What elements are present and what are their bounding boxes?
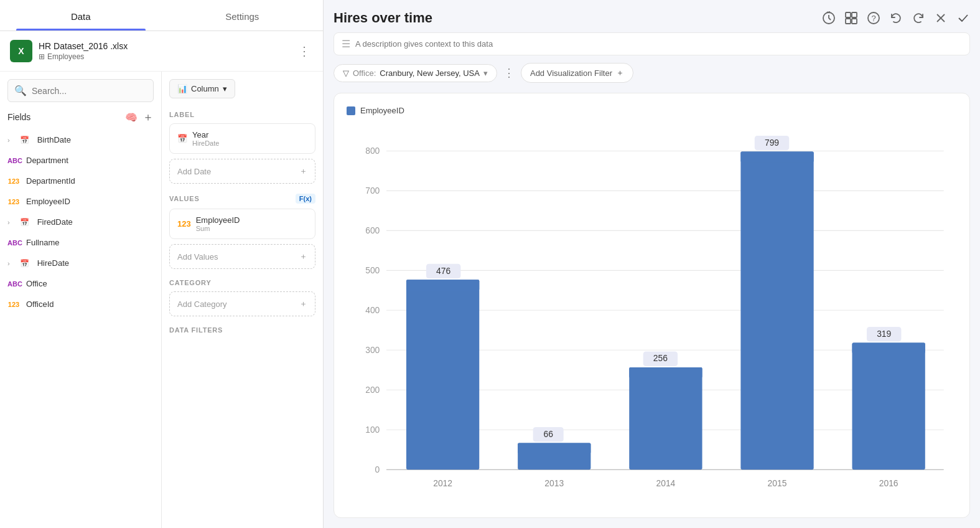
- label-item-sub: HireDate: [192, 139, 307, 147]
- legend-label: EmployeeID: [360, 106, 404, 115]
- field-name-fullname: Fullname: [26, 238, 59, 247]
- field-list: › 📅 BirthDate ABC Department 123 Departm…: [0, 130, 161, 528]
- field-name-hiredate: HireDate: [37, 258, 69, 268]
- tab-settings[interactable]: Settings: [162, 0, 324, 31]
- tab-data[interactable]: Data: [0, 0, 162, 31]
- filter-more-button[interactable]: ⋮: [503, 66, 515, 80]
- fx-badge[interactable]: F(x): [296, 194, 315, 204]
- filter-chevron-icon: ▾: [483, 68, 488, 78]
- close-button[interactable]: [934, 11, 948, 25]
- date-icon-birthdate: 📅: [19, 136, 31, 144]
- office-filter-tag[interactable]: ▽ Office: Cranbury, New Jersey, USA ▾: [334, 64, 497, 82]
- text-icon-department: ABC: [7, 157, 20, 164]
- data-source-row: X HR Dataset_2016 .xlsx ⊞ Employees ⋮: [0, 31, 323, 72]
- text-icon-fullname: ABC: [7, 239, 20, 247]
- data-filters-section-header: DATA FILTERS: [169, 326, 315, 334]
- field-item-officeid[interactable]: 123 OfficeId: [0, 294, 161, 314]
- add-values-label: Add Values: [177, 252, 218, 262]
- left-content: 🔍 Fields 🧠 ＋ › 📅 BirthDate ABC Depa: [0, 72, 323, 528]
- values-item-sub: Sum: [196, 225, 307, 232]
- date-icon-fireddate: 📅: [19, 218, 31, 227]
- svg-text:300: 300: [365, 345, 380, 355]
- chart-title-input[interactable]: [334, 10, 814, 26]
- number-icon-officeid: 123: [7, 301, 20, 308]
- field-item-fireddate[interactable]: › 📅 FiredDate: [0, 212, 161, 232]
- field-item-birthdate[interactable]: › 📅 BirthDate: [0, 130, 161, 150]
- svg-rect-47: [852, 343, 925, 470]
- add-filter-icon: ＋: [616, 67, 624, 78]
- date-icon-hiredate: 📅: [19, 259, 31, 268]
- legend-dot: [347, 106, 355, 115]
- field-item-departmentid[interactable]: 123 DepartmentId: [0, 171, 161, 191]
- filter-bar: ▽ Office: Cranbury, New Jersey, USA ▾ ⋮ …: [334, 63, 970, 83]
- search-input[interactable]: [32, 86, 147, 96]
- bar-chart-svg: 800 700 600 500 400 300: [347, 123, 957, 511]
- svg-rect-33: [518, 443, 590, 454]
- svg-text:200: 200: [365, 385, 380, 395]
- chart-type-selector: 📊 Column ▾: [169, 79, 315, 98]
- svg-text:2016: 2016: [879, 478, 898, 488]
- svg-rect-4: [852, 19, 857, 24]
- expand-arrow-birthdate: ›: [7, 136, 10, 144]
- label-year-item[interactable]: 📅 Year HireDate: [169, 123, 315, 154]
- field-item-office[interactable]: ABC Office: [0, 273, 161, 294]
- datasource-table: ⊞ Employees: [39, 52, 289, 61]
- add-category-button[interactable]: Add Category ＋: [169, 291, 315, 316]
- datasource-more-button[interactable]: ⋮: [296, 41, 313, 61]
- svg-rect-38: [629, 367, 702, 378]
- main-area: ?: [324, 0, 980, 528]
- add-field-button[interactable]: ＋: [142, 110, 154, 125]
- add-values-icon: ＋: [299, 251, 307, 262]
- undo-button[interactable]: [889, 11, 903, 25]
- datasource-info: HR Dataset_2016 .xlsx ⊞ Employees: [39, 41, 289, 61]
- datasource-filename: HR Dataset_2016 .xlsx: [39, 41, 289, 51]
- values-employeeid-item[interactable]: 123 EmployeeID Sum: [169, 209, 315, 239]
- number-icon-departmentid: 123: [7, 177, 20, 185]
- filter-label: Office:: [353, 68, 376, 78]
- chart-type-label: Column: [191, 84, 219, 93]
- svg-text:256: 256: [653, 353, 668, 363]
- svg-text:500: 500: [365, 265, 380, 275]
- add-values-button[interactable]: Add Values ＋: [169, 244, 315, 269]
- svg-text:319: 319: [877, 329, 891, 339]
- values-item-info: EmployeeID Sum: [196, 215, 307, 232]
- svg-rect-28: [406, 280, 479, 290]
- date-icon-year: 📅: [177, 134, 187, 143]
- field-name-department: Department: [26, 156, 68, 165]
- number-icon-values: 123: [177, 219, 191, 229]
- bar-2012: 476 2012: [406, 264, 479, 488]
- field-item-hiredate[interactable]: › 📅 HireDate: [0, 253, 161, 273]
- chart-type-button[interactable]: 📊 Column ▾: [169, 79, 235, 98]
- search-icon: 🔍: [14, 85, 27, 97]
- field-name-departmentid: DepartmentId: [26, 176, 75, 186]
- bar-2013: 66 2013: [518, 427, 590, 488]
- svg-rect-2: [852, 12, 857, 17]
- values-section-header-row: VALUES F(x): [169, 194, 315, 204]
- help-button[interactable]: ?: [867, 11, 880, 25]
- svg-rect-27: [406, 280, 479, 469]
- svg-text:66: 66: [543, 429, 553, 439]
- left-panel: Data Settings X HR Dataset_2016 .xlsx ⊞ …: [0, 0, 324, 528]
- add-filter-label: Add Visualization Filter: [530, 68, 612, 78]
- text-icon-office: ABC: [7, 280, 20, 288]
- add-date-button[interactable]: Add Date ＋: [169, 159, 315, 184]
- values-item-name: EmployeeID: [196, 215, 307, 225]
- schedule-button[interactable]: [822, 11, 836, 25]
- svg-text:799: 799: [765, 138, 779, 148]
- svg-text:800: 800: [365, 146, 380, 156]
- search-box[interactable]: 🔍: [7, 79, 154, 102]
- svg-rect-3: [846, 19, 851, 24]
- field-item-fullname[interactable]: ABC Fullname: [0, 232, 161, 253]
- ai-icon[interactable]: 🧠: [125, 111, 138, 123]
- confirm-button[interactable]: [956, 11, 970, 25]
- description-bar: ☰: [334, 32, 970, 55]
- filter-icon: ▽: [343, 68, 349, 78]
- field-item-employeeid[interactable]: 123 EmployeeID: [0, 191, 161, 212]
- description-input[interactable]: [355, 39, 962, 49]
- grid-button[interactable]: [844, 11, 858, 25]
- field-name-office: Office: [26, 279, 47, 288]
- redo-button[interactable]: [912, 11, 925, 25]
- field-item-department[interactable]: ABC Department: [0, 150, 161, 171]
- field-name-officeid: OfficeId: [26, 299, 54, 309]
- add-filter-button[interactable]: Add Visualization Filter ＋: [521, 63, 633, 83]
